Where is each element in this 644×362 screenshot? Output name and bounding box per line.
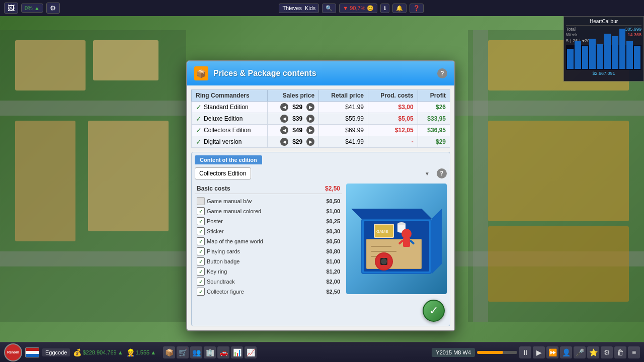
item-checkbox-2[interactable] (197, 217, 205, 225)
topbar-percentage: 0% ▲ (21, 4, 43, 13)
taskbar-icons: 📦 🛒 👥 🏢 🚗 📊 📈 (163, 346, 257, 358)
svg-text:GAME: GAME (376, 229, 388, 234)
row-check-icon: ✓ (196, 138, 202, 146)
dialog-header: 📦 Prices & Package contents ? (187, 61, 454, 85)
taskbar-icon-cart[interactable]: 🛒 (177, 346, 189, 358)
item-cost-7: $1,20 (321, 268, 340, 275)
taskbar-mic[interactable]: 🎤 (574, 346, 586, 358)
taskbar-more[interactable]: ≡ (628, 346, 640, 358)
taskbar-star[interactable]: ⭐ (587, 346, 599, 358)
topbar-gear[interactable]: ⚙ (46, 3, 60, 14)
item-checkbox-6[interactable] (197, 257, 205, 265)
item-name-6: Button badge (207, 258, 319, 264)
edition-select[interactable]: Standard EditionDeluxe EditionCollectors… (195, 167, 251, 179)
item-name-9: Collector figure (207, 289, 319, 295)
item-cost-0: $0,50 (321, 198, 340, 204)
row-name: Digital version (204, 138, 242, 145)
cell-retail: $41.99 (319, 102, 368, 113)
item-name-1: Game manual colored (207, 208, 319, 214)
item-cost-5: $0,80 (321, 248, 340, 254)
item-cost-8: $2,00 (321, 279, 340, 285)
row-name: Deluxe Edition (204, 115, 243, 122)
price-dec-0[interactable]: ◀ (280, 103, 288, 111)
items-list-body: Game manual b/w $0,50 Game manual colore… (195, 196, 342, 297)
item-name-2: Poster (207, 218, 319, 224)
svg-point-16 (381, 258, 387, 264)
taskbar-fast[interactable]: ⏩ (546, 346, 558, 358)
price-inc-1[interactable]: ▶ (306, 115, 314, 123)
taskbar-icon-people[interactable]: 👥 (190, 346, 202, 358)
item-name-3: Sticker (207, 228, 319, 234)
topbar-happiness: ▼ 90,7% 😊 (339, 4, 377, 13)
edition-select-wrapper[interactable]: Standard EditionDeluxe EditionCollectors… (195, 167, 434, 179)
svg-point-12 (397, 222, 406, 225)
list-item: Collector figure $2,50 (195, 287, 342, 297)
price-dec-3[interactable]: ◀ (280, 138, 288, 146)
stats-title: HeartCalibur (566, 19, 641, 26)
item-cost-4: $0,50 (321, 238, 340, 244)
dialog-help-button[interactable]: ? (437, 68, 447, 78)
cell-sales: ◀ $29 ▶ (268, 102, 319, 113)
chart-bar (589, 39, 596, 69)
row-name: Collectors Edition (204, 127, 251, 134)
topbar-alert[interactable]: 🔔 (392, 4, 407, 13)
item-checkbox-9[interactable] (197, 288, 205, 296)
list-item: Playing cards $0,80 (195, 246, 342, 256)
item-checkbox-0[interactable] (197, 197, 205, 205)
list-item: Poster $0,25 (195, 216, 342, 226)
cell-prod: - (368, 136, 418, 148)
taskbar-pause[interactable]: ⏸ (519, 346, 531, 358)
chart-bar (619, 29, 626, 69)
taskbar-trash[interactable]: 🗑 (614, 346, 626, 358)
taskbar-icon-box[interactable]: 📦 (163, 346, 175, 358)
item-name-5: Playing cards (207, 248, 319, 254)
taskbar-icon-car[interactable]: 🚗 (217, 346, 229, 358)
taskbar-icon-trend[interactable]: 📈 (245, 346, 257, 358)
taskbar-icon-chart[interactable]: 📊 (231, 346, 243, 358)
item-checkbox-8[interactable] (197, 278, 205, 286)
taskbar-right: Y2015 M8 W4 ⏸ ▶ ⏩ 👤 🎤 ⭐ ⚙ 🗑 ≡ (432, 346, 640, 358)
item-checkbox-4[interactable] (197, 237, 205, 245)
taskbar-user[interactable]: 👤 (560, 346, 572, 358)
taskbar-action-icons: ⏸ ▶ ⏩ 👤 🎤 ⭐ ⚙ 🗑 ≡ (519, 346, 640, 358)
price-dec-2[interactable]: ◀ (280, 126, 288, 134)
price-dec-1[interactable]: ◀ (280, 115, 288, 123)
item-checkbox-5[interactable] (197, 247, 205, 255)
taskbar-settings[interactable]: ⚙ (601, 346, 613, 358)
cell-sales: ◀ $39 ▶ (268, 113, 319, 125)
list-item: Key ring $1,20 (195, 266, 342, 277)
row-name: Standard Edition (204, 104, 249, 111)
row-check-icon: ✓ (196, 103, 202, 111)
col-product: Ring Commanders (192, 90, 268, 102)
taskbar-play[interactable]: ▶ (533, 346, 545, 358)
col-retail: Retail price (319, 90, 368, 102)
price-inc-0[interactable]: ▶ (306, 103, 314, 111)
taskbar-flag (25, 347, 39, 357)
top-bar: 🖼 0% ▲ ⚙ ThievesKids 🔍 ▼ 90,7% 😊 ℹ 🔔 ❓ (0, 0, 644, 16)
ok-button[interactable]: ✓ (423, 300, 445, 322)
cell-name: ✓ Standard Edition (192, 102, 268, 113)
items-list: Basic costs $2,50 Game manual b/w $0,50 … (195, 184, 342, 297)
topbar-help[interactable]: ❓ (410, 4, 424, 13)
chart-bar (597, 44, 603, 69)
price-inc-2[interactable]: ▶ (306, 126, 314, 134)
basic-costs-value: $2,50 (325, 185, 340, 192)
list-item: Game manual colored $1,00 (195, 206, 342, 216)
item-checkbox-3[interactable] (197, 227, 205, 235)
item-checkbox-7[interactable] (197, 267, 205, 276)
list-item: Map of the game world $0,50 (195, 236, 342, 246)
topbar-info[interactable]: ℹ (380, 4, 389, 13)
taskbar-icon-building[interactable]: 🏢 (204, 346, 216, 358)
cell-retail: $55.99 (319, 113, 368, 125)
chart-bar (582, 46, 589, 69)
dialog-prices: 📦 Prices & Package contents ? Ring Comma… (186, 60, 455, 331)
cell-profit: $29 (418, 136, 450, 148)
topbar-search[interactable]: 🔍 (322, 4, 336, 13)
item-checkbox-1[interactable] (197, 207, 205, 215)
item-cost-6: $1,00 (321, 258, 340, 264)
price-value-1: $39 (290, 115, 305, 122)
cell-sales: ◀ $29 ▶ (268, 136, 319, 148)
edition-help-button[interactable]: ? (437, 168, 447, 178)
price-inc-3[interactable]: ▶ (306, 138, 314, 146)
chart-bar (604, 34, 611, 69)
